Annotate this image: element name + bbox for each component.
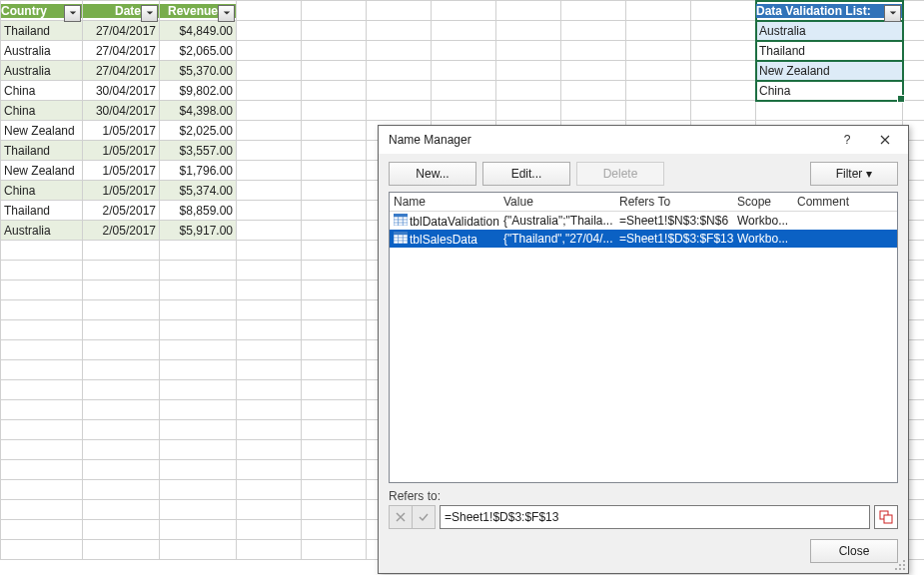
- name-manager-dialog: Name Manager ? New... Edit... Delete Fil…: [378, 125, 909, 574]
- name-cell: tblDataValidation: [410, 215, 499, 229]
- delete-button: Delete: [576, 162, 664, 186]
- svg-point-18: [899, 568, 901, 570]
- close-icon: [880, 135, 890, 145]
- table-cell[interactable]: Australia: [1, 221, 83, 241]
- dialog-toolbar: New... Edit... Delete Filter ▾: [379, 154, 908, 192]
- filter-dropdown-button[interactable]: [141, 5, 158, 22]
- col-header-scope[interactable]: Scope: [737, 195, 797, 209]
- table-cell[interactable]: New Zealand: [1, 161, 83, 181]
- collapse-dialog-button[interactable]: [874, 505, 898, 529]
- svg-rect-0: [394, 214, 408, 217]
- table-icon: [394, 232, 408, 244]
- table-cell[interactable]: Thailand: [1, 141, 83, 161]
- name-list-row[interactable]: tblSalesData{"Thailand","27/04/...=Sheet…: [390, 230, 897, 248]
- filter-dropdown-button[interactable]: [884, 5, 901, 22]
- name-cell: tblSalesData: [410, 233, 477, 247]
- table-cell[interactable]: $5,370.00: [160, 61, 237, 81]
- svg-rect-7: [394, 235, 408, 244]
- validation-list-item[interactable]: China: [756, 81, 903, 101]
- table-icon: [394, 214, 408, 226]
- table-cell[interactable]: $9,802.00: [160, 81, 237, 101]
- col-header-comment[interactable]: Comment: [797, 195, 897, 209]
- filter-dropdown-button[interactable]: [64, 5, 81, 22]
- close-button[interactable]: Close: [810, 539, 898, 563]
- name-list-row[interactable]: tblDataValidation{"Australia";"Thaila...…: [390, 212, 897, 230]
- table-header: Country: [1, 4, 82, 18]
- table-cell[interactable]: 27/04/2017: [83, 61, 160, 81]
- close-button-label: Close: [839, 544, 870, 558]
- x-icon: [396, 512, 406, 522]
- table-cell[interactable]: New Zealand: [1, 121, 83, 141]
- svg-point-14: [903, 560, 905, 562]
- col-header-refers[interactable]: Refers To: [619, 195, 737, 209]
- refers-cell: =Sheet1!$D$3:$F$13: [619, 232, 737, 246]
- table-cell[interactable]: $8,859.00: [160, 201, 237, 221]
- table-cell[interactable]: 1/05/2017: [83, 181, 160, 201]
- table-cell[interactable]: 1/05/2017: [83, 121, 160, 141]
- col-header-value[interactable]: Value: [503, 195, 619, 209]
- svg-point-17: [895, 568, 897, 570]
- table-cell[interactable]: China: [1, 101, 83, 121]
- table-cell[interactable]: 30/04/2017: [83, 101, 160, 121]
- scope-cell: Workbo...: [737, 214, 797, 228]
- table-cell[interactable]: 27/04/2017: [83, 41, 160, 61]
- new-button-label: New...: [416, 167, 449, 181]
- refers-to-value: =Sheet1!$D$3:$F$13: [445, 510, 558, 524]
- table-cell[interactable]: 2/05/2017: [83, 201, 160, 221]
- name-list[interactable]: Name Value Refers To Scope Comment tblDa…: [389, 192, 898, 483]
- table-cell[interactable]: $5,917.00: [160, 221, 237, 241]
- window-close-button[interactable]: [866, 129, 904, 151]
- svg-point-15: [899, 564, 901, 566]
- col-header-name[interactable]: Name: [394, 195, 503, 209]
- table-cell[interactable]: $3,557.00: [160, 141, 237, 161]
- svg-rect-13: [884, 515, 892, 523]
- table-cell[interactable]: Australia: [1, 41, 83, 61]
- svg-point-19: [903, 568, 905, 570]
- scope-cell: Workbo...: [737, 232, 797, 246]
- table-cell[interactable]: China: [1, 81, 83, 101]
- validation-list-item[interactable]: Australia: [756, 21, 903, 41]
- table-cell[interactable]: 30/04/2017: [83, 81, 160, 101]
- table-cell[interactable]: Thailand: [1, 21, 83, 41]
- refers-to-input[interactable]: =Sheet1!$D$3:$F$13: [440, 505, 870, 529]
- table-cell[interactable]: 1/05/2017: [83, 141, 160, 161]
- value-cell: {"Thailand","27/04/...: [503, 232, 619, 246]
- new-button[interactable]: New...: [389, 162, 476, 186]
- svg-rect-1: [394, 217, 408, 226]
- table-cell[interactable]: 2/05/2017: [83, 221, 160, 241]
- validation-list-item[interactable]: New Zealand: [756, 61, 903, 81]
- table-header: Revenue: [160, 4, 236, 18]
- help-button[interactable]: ?: [828, 129, 866, 151]
- table-cell[interactable]: $2,025.00: [160, 121, 237, 141]
- cancel-edit-button[interactable]: [389, 505, 413, 529]
- table-cell[interactable]: $1,796.00: [160, 161, 237, 181]
- delete-button-label: Delete: [603, 167, 638, 181]
- refers-to-label: Refers to:: [389, 489, 898, 503]
- name-list-header: Name Value Refers To Scope Comment: [390, 193, 897, 212]
- validation-list-item[interactable]: Thailand: [756, 41, 903, 61]
- chevron-down-icon: ▾: [866, 167, 872, 181]
- refers-cell: =Sheet1!$N$3:$N$6: [619, 214, 737, 228]
- table-cell[interactable]: Australia: [1, 61, 83, 81]
- resize-grip-icon[interactable]: [894, 559, 906, 571]
- table-cell[interactable]: 27/04/2017: [83, 21, 160, 41]
- table-cell[interactable]: $4,849.00: [160, 21, 237, 41]
- table-cell[interactable]: $5,374.00: [160, 181, 237, 201]
- edit-button[interactable]: Edit...: [482, 162, 570, 186]
- table-cell[interactable]: $4,398.00: [160, 101, 237, 121]
- table-header: Data Validation List:: [756, 4, 902, 18]
- table-cell[interactable]: China: [1, 181, 83, 201]
- svg-point-16: [903, 564, 905, 566]
- table-cell[interactable]: $2,065.00: [160, 41, 237, 61]
- table-header: Date: [83, 4, 159, 18]
- filter-dropdown-button[interactable]: [218, 5, 235, 22]
- confirm-edit-button[interactable]: [413, 505, 436, 529]
- refers-to-section: Refers to: =Sheet1!$D$3:$F$13: [379, 483, 908, 531]
- svg-rect-6: [394, 232, 408, 235]
- filter-button[interactable]: Filter ▾: [810, 162, 898, 186]
- table-cell[interactable]: 1/05/2017: [83, 161, 160, 181]
- edit-button-label: Edit...: [511, 167, 542, 181]
- check-icon: [419, 512, 429, 522]
- dialog-title: Name Manager: [389, 133, 828, 147]
- table-cell[interactable]: Thailand: [1, 201, 83, 221]
